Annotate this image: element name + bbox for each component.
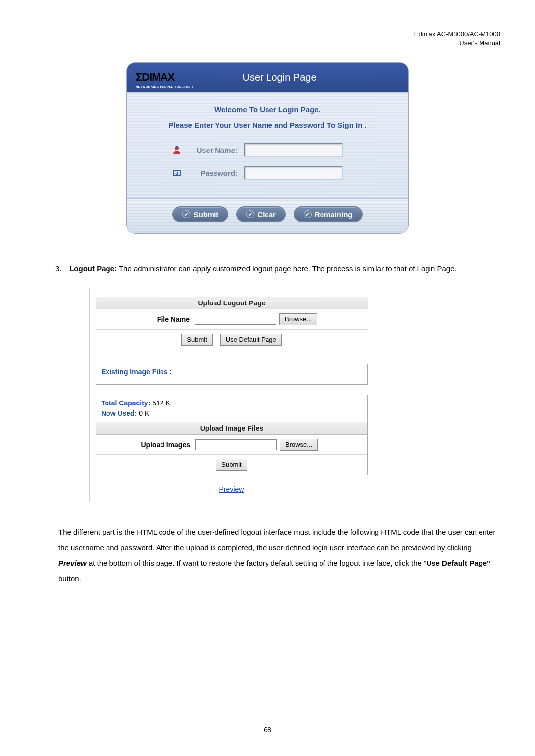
file-name-label: File Name xyxy=(96,315,195,323)
para-text-b: at the bottom of this page. If want to r… xyxy=(87,559,427,567)
upload-image-files-header: Upload Image Files xyxy=(96,422,367,435)
username-input[interactable] xyxy=(244,143,343,157)
password-input[interactable] xyxy=(244,166,343,180)
now-used-value: 0 K xyxy=(139,409,149,417)
existing-image-files-box: Existing Image Files : xyxy=(96,364,368,385)
upload-images-input[interactable] xyxy=(195,439,277,450)
password-icon: a xyxy=(171,167,182,178)
username-row: User Name: xyxy=(142,143,393,157)
user-icon xyxy=(171,145,182,155)
browse-button-2[interactable]: Browse... xyxy=(280,439,318,451)
upload-images-label: Upload Images xyxy=(96,441,195,449)
svg-point-1 xyxy=(176,146,178,148)
use-default-word: Use Default Page" xyxy=(426,559,490,567)
password-label: Password: xyxy=(188,169,238,177)
total-capacity-label: Total Capacity: xyxy=(101,399,152,407)
logo-text: ΣDIMAX xyxy=(136,71,174,83)
manual-header: Edimax AC-M3000/AC-M1000 User's Manual xyxy=(35,30,500,48)
check-icon: ✓ xyxy=(246,210,254,218)
submit-row-2: Submit xyxy=(96,455,367,475)
description-paragraph: The different part is the HTML code of t… xyxy=(58,524,496,587)
upload-logout-page-header: Upload Logout Page xyxy=(96,297,368,309)
use-default-button[interactable]: Use Default Page xyxy=(220,334,282,346)
logo-tagline: NETWORKING PEOPLE TOGETHER xyxy=(136,85,193,88)
submit-button-2[interactable]: Submit xyxy=(216,459,247,471)
now-used-label: Now Used: xyxy=(101,409,139,417)
list-text: The administrator can apply customized l… xyxy=(117,264,457,273)
preview-link[interactable]: Preview xyxy=(96,485,368,493)
header-line2: User's Manual xyxy=(35,39,500,48)
upload-images-row: Upload Images Browse... xyxy=(96,435,367,455)
list-number: 3. xyxy=(55,261,67,277)
login-header: ΣDIMAX NETWORKING PEOPLE TOGETHER User L… xyxy=(127,63,408,92)
login-body: Welcome To User Login Page. Please Enter… xyxy=(127,92,408,198)
capacity-text: Total Capacity: 512 K Now Used: 0 K xyxy=(96,395,367,422)
instruction-text: Please Enter Your User Name and Password… xyxy=(142,121,393,129)
header-line1: Edimax AC-M3000/AC-M1000 xyxy=(35,30,500,39)
browse-button[interactable]: Browse... xyxy=(279,313,317,325)
svg-text:a: a xyxy=(175,170,178,176)
preview-word: Preview xyxy=(58,559,87,567)
upload-logout-figure: Upload Logout Page File Name Browse... S… xyxy=(89,288,374,502)
para-text-c: button. xyxy=(58,574,81,583)
submit-button[interactable]: ✓ Submit xyxy=(172,206,228,222)
list-item-3: 3. Logout Page: The administrator can ap… xyxy=(55,261,500,277)
login-page-figure: ΣDIMAX NETWORKING PEOPLE TOGETHER User L… xyxy=(126,62,409,234)
file-name-input[interactable] xyxy=(195,314,276,325)
password-row: a Password: xyxy=(142,166,393,180)
file-name-row: File Name Browse... xyxy=(96,309,368,330)
clear-button[interactable]: ✓ Clear xyxy=(236,206,286,222)
submit-row: Submit Use Default Page xyxy=(96,330,368,350)
login-footer: ✓ Submit ✓ Clear ✓ Remaining xyxy=(127,198,408,233)
username-label: User Name: xyxy=(188,146,238,154)
submit-button[interactable]: Submit xyxy=(181,334,212,346)
remaining-button[interactable]: ✓ Remaining xyxy=(294,206,363,222)
page-number: 68 xyxy=(264,726,271,734)
login-title: User Login Page xyxy=(179,72,399,83)
para-text-a: The different part is the HTML code of t… xyxy=(58,528,495,552)
total-capacity-value: 512 K xyxy=(152,399,170,407)
welcome-text: Welcome To User Login Page. xyxy=(142,105,393,114)
edimax-logo: ΣDIMAX NETWORKING PEOPLE TOGETHER xyxy=(136,71,174,84)
list-title: Logout Page: xyxy=(69,264,117,273)
capacity-box: Total Capacity: 512 K Now Used: 0 K Uplo… xyxy=(96,395,368,475)
existing-title: Existing Image Files : xyxy=(101,368,172,376)
check-icon: ✓ xyxy=(304,210,312,218)
check-icon: ✓ xyxy=(182,210,190,218)
